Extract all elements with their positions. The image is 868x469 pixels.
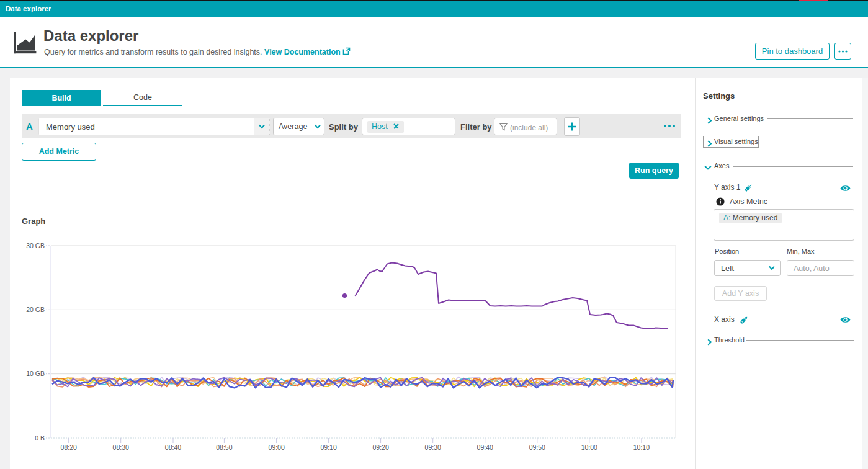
svg-text:09:30: 09:30 <box>425 444 441 451</box>
svg-text:08:30: 08:30 <box>113 444 129 451</box>
svg-text:10:00: 10:00 <box>581 444 597 451</box>
svg-text:09:00: 09:00 <box>268 444 284 451</box>
svg-text:0 B: 0 B <box>35 434 45 442</box>
svg-text:20 GB: 20 GB <box>26 306 45 313</box>
svg-text:08:40: 08:40 <box>165 444 181 451</box>
svg-text:10:10: 10:10 <box>633 444 650 451</box>
svg-text:09:20: 09:20 <box>372 444 388 451</box>
svg-text:08:50: 08:50 <box>216 444 232 451</box>
svg-text:30 GB: 30 GB <box>26 242 45 249</box>
svg-text:10 GB: 10 GB <box>26 370 45 377</box>
svg-text:09:10: 09:10 <box>320 444 336 451</box>
svg-text:09:50: 09:50 <box>529 444 545 451</box>
svg-text:08:20: 08:20 <box>61 444 77 451</box>
svg-text:09:40: 09:40 <box>477 444 493 451</box>
